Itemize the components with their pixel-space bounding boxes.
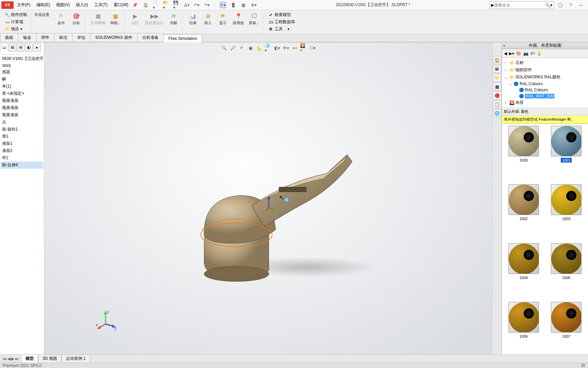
search-input[interactable] bbox=[494, 3, 545, 7]
tab-surface[interactable]: 曲面 bbox=[0, 33, 18, 42]
display-tab-icon[interactable]: ◐ bbox=[25, 43, 33, 52]
render-icon[interactable]: 🖵▾ bbox=[309, 45, 316, 51]
save-icon[interactable]: 💾▾ bbox=[173, 2, 179, 8]
menu-tools[interactable]: 工具(T) bbox=[92, 1, 110, 9]
nav-decal-icon[interactable]: 🏷 bbox=[530, 51, 535, 56]
tab-evaluate[interactable]: 评估 bbox=[72, 33, 91, 42]
next-tab-icon[interactable]: ▸ bbox=[33, 43, 41, 52]
tab-sheetmetal[interactable]: 钣金 bbox=[18, 33, 36, 42]
new-icon[interactable]: 📄▾ bbox=[153, 2, 159, 8]
search-box[interactable]: ▶ 🔍▾ bbox=[489, 1, 554, 9]
btab-prev-icon[interactable]: ◀ bbox=[7, 356, 11, 361]
swatch-1004[interactable]: 1004 bbox=[504, 243, 543, 299]
btab-next-icon[interactable]: ▶ bbox=[11, 356, 14, 361]
tab-swaddins[interactable]: SOLIDWORKS 插件 bbox=[90, 33, 137, 42]
swatch-1002[interactable]: 1002 bbox=[504, 184, 543, 240]
btab-first-icon[interactable]: ⏮ bbox=[3, 356, 7, 361]
tree-revolve1[interactable]: 面-旋转1 bbox=[1, 126, 43, 133]
tree-origin[interactable]: 点 bbox=[1, 119, 43, 126]
view-triad-icon[interactable]: y x z bbox=[95, 309, 119, 333]
layout-icon[interactable]: ▦ bbox=[240, 2, 246, 8]
rail-library-icon[interactable]: 🏛 bbox=[493, 65, 501, 73]
traffic-icon[interactable]: 🚦 bbox=[230, 2, 236, 8]
panel-collapse-icon[interactable]: « bbox=[503, 44, 505, 47]
nav-camera-icon[interactable]: 📷 bbox=[523, 51, 528, 56]
screen-button[interactable]: 🖵屏幕... bbox=[247, 12, 261, 26]
menu-view[interactable]: 视图(V) bbox=[53, 1, 72, 9]
tree-refplane2[interactable]: 准面2 bbox=[1, 147, 43, 154]
appearance-icon[interactable]: ●▾ bbox=[291, 45, 298, 51]
redo-icon[interactable]: ↷▾ bbox=[204, 2, 210, 8]
swatch-1006[interactable]: 1006 bbox=[504, 302, 543, 358]
rail-home-icon[interactable]: 🏠 bbox=[493, 56, 501, 64]
section-view-icon[interactable]: ▣ bbox=[247, 45, 254, 51]
feature-tree-tab-icon[interactable]: 🗂 bbox=[1, 43, 8, 52]
tree-stone[interactable]: ›📁石材 bbox=[503, 59, 587, 66]
tree-material[interactable]: 质 <未指定> bbox=[1, 90, 43, 97]
insert-plot-button[interactable]: ⊞插入 bbox=[201, 12, 214, 26]
tree-ral-mat-sw[interactable]: 🔵RAL_MAT_SW bbox=[503, 93, 587, 99]
run-button[interactable]: ▶运行 bbox=[129, 12, 142, 26]
search-icon[interactable]: 🔍▾ bbox=[545, 3, 552, 7]
settings-icon[interactable]: ⚙▾ bbox=[250, 2, 257, 8]
menu-edit[interactable]: 编辑(E) bbox=[34, 1, 53, 9]
nav-palette-icon[interactable]: 🎨 bbox=[516, 51, 521, 56]
swatch-1000[interactable]: 1000 bbox=[504, 126, 543, 182]
tree-scene[interactable]: ›🌄布景 bbox=[503, 99, 587, 106]
undo-icon[interactable]: ↶▾ bbox=[194, 2, 200, 8]
open-icon[interactable]: 📂▾ bbox=[163, 2, 169, 8]
nav-fwd-icon[interactable]: ▶▾ bbox=[509, 51, 514, 56]
swatch-1001[interactable]: 1001 bbox=[547, 126, 586, 182]
tab-annotate[interactable]: 标注 bbox=[54, 33, 72, 42]
select-icon[interactable]: ↖▾ bbox=[220, 2, 226, 8]
tree-plane1[interactable]: 视基准面 bbox=[1, 97, 43, 104]
tree-thicken[interactable]: 厚1 bbox=[1, 133, 43, 140]
zoom-fit-icon[interactable]: 🔍 bbox=[220, 45, 227, 51]
swatch-1007[interactable]: 1007 bbox=[547, 302, 586, 358]
default-settings-button[interactable]: 常规设置 bbox=[33, 11, 51, 33]
tree-history[interactable]: story bbox=[1, 62, 43, 68]
check-model-button[interactable]: ✔检查模型 bbox=[267, 12, 296, 18]
tree-annotations[interactable]: 解 bbox=[1, 76, 43, 83]
batch-run-button[interactable]: ▶▶批处理运行 bbox=[144, 12, 165, 26]
tree-ral-folder[interactable]: ⌄📁SOLIDWORKS RAL颜色 bbox=[503, 74, 587, 81]
rail-prop-icon[interactable]: 📋 bbox=[493, 100, 501, 108]
model-view[interactable] bbox=[163, 127, 354, 291]
config-tab-icon[interactable]: ⊞ bbox=[9, 43, 16, 52]
user-icon[interactable]: ◯ bbox=[557, 2, 564, 8]
scene-icon[interactable]: 🌄▾ bbox=[300, 45, 307, 51]
rail-view-icon[interactable]: ▦ bbox=[493, 82, 501, 91]
component-control-button[interactable]: 🔧组件控制 bbox=[3, 12, 29, 18]
tab-analyze[interactable]: 分析准备 bbox=[137, 33, 164, 42]
bottom-tab-3dview[interactable]: 3D 视图 bbox=[38, 354, 62, 363]
menu-file[interactable]: 文件(F) bbox=[14, 1, 33, 9]
compute-domain-button[interactable]: ▭计算域 bbox=[3, 19, 29, 25]
nav-back-icon[interactable]: ◀ bbox=[504, 51, 507, 56]
tree-ral-colours[interactable]: ⌄🔵RAL Colours bbox=[503, 81, 587, 87]
tree-root[interactable]: 0630-V1M1【卫浴把手】 bbox=[1, 55, 43, 62]
pin-icon[interactable]: 📌 bbox=[132, 2, 138, 8]
project-button[interactable]: 📁项目▾ bbox=[3, 26, 29, 32]
zoom-area-icon[interactable]: 🔎 bbox=[229, 45, 236, 51]
nav-light-icon[interactable]: 💡 bbox=[537, 51, 542, 56]
menu-window[interactable]: 窗口(W) bbox=[111, 1, 131, 9]
property-tab-icon[interactable]: ⊕ bbox=[17, 43, 24, 52]
rail-web-icon[interactable]: 🌐 bbox=[493, 109, 501, 117]
home-icon[interactable]: 🏠 bbox=[143, 2, 149, 8]
display-style-icon[interactable]: ◧▾ bbox=[274, 45, 280, 51]
swatch-1003[interactable]: 1003 bbox=[547, 184, 586, 240]
tools-button[interactable]: 🛠工具 ▾ bbox=[267, 26, 296, 32]
prev-view-icon[interactable]: ↶ bbox=[238, 45, 245, 51]
btab-last-icon[interactable]: ⏭ bbox=[15, 356, 19, 361]
tree-aux[interactable]: ›📁辅助部件 bbox=[503, 66, 587, 74]
bottom-tab-motion[interactable]: 运动算例 1 bbox=[62, 354, 90, 363]
help-icon[interactable]: ? bbox=[568, 2, 574, 8]
hide-show-icon[interactable]: 👁▾ bbox=[282, 45, 289, 51]
mesh-button[interactable]: ▦网格... bbox=[109, 12, 122, 26]
swatch-1005[interactable]: 1005 bbox=[547, 243, 586, 299]
tab-weldment[interactable]: 焊件 bbox=[36, 33, 54, 42]
minimize-icon[interactable]: — bbox=[578, 2, 584, 8]
target-button[interactable]: 🎯目标 bbox=[70, 12, 83, 26]
global-mesh-button[interactable]: ▦全局网格 bbox=[89, 12, 107, 26]
view-orient-icon[interactable]: 🧊▾ bbox=[265, 45, 272, 51]
